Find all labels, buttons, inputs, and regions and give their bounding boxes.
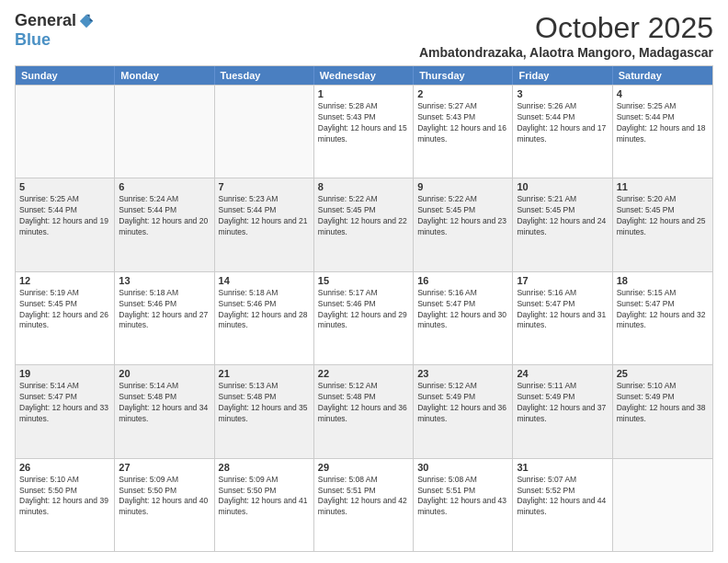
day-cell: 18Sunrise: 5:15 AM Sunset: 5:47 PM Dayli… — [613, 272, 712, 364]
header: General Blue October 2025 Ambatondrazaka… — [15, 11, 713, 60]
logo-general-text: General — [15, 11, 76, 30]
day-number: 9 — [417, 181, 508, 192]
day-info: Sunrise: 5:12 AM Sunset: 5:48 PM Dayligh… — [318, 381, 409, 425]
day-cell: 20Sunrise: 5:14 AM Sunset: 5:48 PM Dayli… — [115, 365, 214, 457]
day-info: Sunrise: 5:13 AM Sunset: 5:48 PM Dayligh… — [219, 381, 310, 425]
logo: General Blue — [15, 11, 95, 50]
day-number: 4 — [617, 88, 709, 99]
day-number: 31 — [517, 462, 608, 473]
day-info: Sunrise: 5:25 AM Sunset: 5:44 PM Dayligh… — [617, 101, 709, 145]
day-info: Sunrise: 5:15 AM Sunset: 5:47 PM Dayligh… — [617, 288, 709, 332]
day-info: Sunrise: 5:21 AM Sunset: 5:45 PM Dayligh… — [517, 194, 608, 238]
day-cell: 13Sunrise: 5:18 AM Sunset: 5:46 PM Dayli… — [115, 272, 214, 364]
day-info: Sunrise: 5:08 AM Sunset: 5:51 PM Dayligh… — [417, 475, 508, 519]
day-cell: 27Sunrise: 5:09 AM Sunset: 5:50 PM Dayli… — [115, 459, 214, 551]
day-cell: 15Sunrise: 5:17 AM Sunset: 5:46 PM Dayli… — [314, 272, 414, 364]
day-number: 8 — [318, 181, 409, 192]
day-number: 1 — [318, 88, 409, 99]
day-cell: 25Sunrise: 5:10 AM Sunset: 5:49 PM Dayli… — [613, 365, 712, 457]
month-title: October 2025 — [95, 11, 713, 45]
day-cell: 10Sunrise: 5:21 AM Sunset: 5:45 PM Dayli… — [513, 178, 612, 270]
calendar-page: General Blue October 2025 Ambatondrazaka… — [0, 0, 728, 563]
day-cell: 30Sunrise: 5:08 AM Sunset: 5:51 PM Dayli… — [414, 459, 513, 551]
day-cell: 11Sunrise: 5:20 AM Sunset: 5:45 PM Dayli… — [613, 178, 712, 270]
day-info: Sunrise: 5:27 AM Sunset: 5:43 PM Dayligh… — [417, 101, 508, 145]
day-info: Sunrise: 5:17 AM Sunset: 5:46 PM Dayligh… — [318, 288, 409, 332]
day-info: Sunrise: 5:14 AM Sunset: 5:47 PM Dayligh… — [19, 381, 110, 425]
day-number: 3 — [517, 88, 608, 99]
day-number: 6 — [119, 181, 210, 192]
day-cell: 14Sunrise: 5:18 AM Sunset: 5:46 PM Dayli… — [215, 272, 314, 364]
day-info: Sunrise: 5:23 AM Sunset: 5:44 PM Dayligh… — [219, 194, 310, 238]
day-cell: 2Sunrise: 5:27 AM Sunset: 5:43 PM Daylig… — [414, 86, 513, 178]
day-info: Sunrise: 5:24 AM Sunset: 5:44 PM Dayligh… — [119, 194, 210, 238]
day-number: 17 — [517, 275, 608, 286]
day-cell: 6Sunrise: 5:24 AM Sunset: 5:44 PM Daylig… — [115, 178, 214, 270]
day-header-wednesday: Wednesday — [314, 66, 414, 85]
day-header-thursday: Thursday — [414, 66, 513, 85]
day-number: 26 — [19, 462, 110, 473]
day-cell: 23Sunrise: 5:12 AM Sunset: 5:49 PM Dayli… — [414, 365, 513, 457]
day-info: Sunrise: 5:18 AM Sunset: 5:46 PM Dayligh… — [119, 288, 210, 332]
day-info: Sunrise: 5:14 AM Sunset: 5:48 PM Dayligh… — [119, 381, 210, 425]
day-number: 28 — [219, 462, 310, 473]
day-number: 20 — [119, 368, 210, 379]
title-section: October 2025 Ambatondrazaka, Alaotra Man… — [95, 11, 713, 60]
day-cell: 24Sunrise: 5:11 AM Sunset: 5:49 PM Dayli… — [513, 365, 612, 457]
day-number: 14 — [219, 275, 310, 286]
day-info: Sunrise: 5:07 AM Sunset: 5:52 PM Dayligh… — [517, 475, 608, 519]
day-cell — [613, 459, 712, 551]
day-cell: 7Sunrise: 5:23 AM Sunset: 5:44 PM Daylig… — [215, 178, 314, 270]
day-header-monday: Monday — [115, 66, 214, 85]
day-number: 11 — [617, 181, 709, 192]
day-cell: 28Sunrise: 5:09 AM Sunset: 5:50 PM Dayli… — [215, 459, 314, 551]
day-info: Sunrise: 5:22 AM Sunset: 5:45 PM Dayligh… — [417, 194, 508, 238]
day-number: 27 — [119, 462, 210, 473]
day-number: 15 — [318, 275, 409, 286]
day-number: 19 — [19, 368, 110, 379]
day-header-tuesday: Tuesday — [215, 66, 314, 85]
day-cell — [115, 86, 214, 178]
day-info: Sunrise: 5:26 AM Sunset: 5:44 PM Dayligh… — [517, 101, 608, 145]
day-cell: 4Sunrise: 5:25 AM Sunset: 5:44 PM Daylig… — [613, 86, 712, 178]
calendar-body: 1Sunrise: 5:28 AM Sunset: 5:43 PM Daylig… — [16, 85, 712, 551]
day-number: 25 — [617, 368, 709, 379]
day-number: 10 — [517, 181, 608, 192]
day-info: Sunrise: 5:19 AM Sunset: 5:45 PM Dayligh… — [19, 288, 110, 332]
day-cell: 9Sunrise: 5:22 AM Sunset: 5:45 PM Daylig… — [414, 178, 513, 270]
day-number: 24 — [517, 368, 608, 379]
day-info: Sunrise: 5:09 AM Sunset: 5:50 PM Dayligh… — [119, 475, 210, 519]
week-row-3: 12Sunrise: 5:19 AM Sunset: 5:45 PM Dayli… — [16, 271, 712, 364]
day-number: 7 — [219, 181, 310, 192]
day-info: Sunrise: 5:11 AM Sunset: 5:49 PM Dayligh… — [517, 381, 608, 425]
week-row-5: 26Sunrise: 5:10 AM Sunset: 5:50 PM Dayli… — [16, 458, 712, 551]
day-cell: 8Sunrise: 5:22 AM Sunset: 5:45 PM Daylig… — [314, 178, 414, 270]
day-cell — [215, 86, 314, 178]
day-number: 12 — [19, 275, 110, 286]
day-number: 16 — [417, 275, 508, 286]
day-number: 22 — [318, 368, 409, 379]
day-number: 21 — [219, 368, 310, 379]
day-info: Sunrise: 5:16 AM Sunset: 5:47 PM Dayligh… — [517, 288, 608, 332]
day-number: 13 — [119, 275, 210, 286]
day-cell: 1Sunrise: 5:28 AM Sunset: 5:43 PM Daylig… — [314, 86, 414, 178]
day-cell — [16, 86, 115, 178]
day-info: Sunrise: 5:12 AM Sunset: 5:49 PM Dayligh… — [417, 381, 508, 425]
day-cell: 19Sunrise: 5:14 AM Sunset: 5:47 PM Dayli… — [16, 365, 115, 457]
day-headers: SundayMondayTuesdayWednesdayThursdayFrid… — [16, 66, 712, 85]
day-cell: 21Sunrise: 5:13 AM Sunset: 5:48 PM Dayli… — [215, 365, 314, 457]
day-info: Sunrise: 5:28 AM Sunset: 5:43 PM Dayligh… — [318, 101, 409, 145]
calendar: SundayMondayTuesdayWednesdayThursdayFrid… — [15, 65, 713, 552]
day-number: 29 — [318, 462, 409, 473]
day-number: 2 — [417, 88, 508, 99]
day-cell: 29Sunrise: 5:08 AM Sunset: 5:51 PM Dayli… — [314, 459, 414, 551]
day-number: 30 — [417, 462, 508, 473]
logo-blue-text: Blue — [15, 30, 51, 50]
day-cell: 26Sunrise: 5:10 AM Sunset: 5:50 PM Dayli… — [16, 459, 115, 551]
day-info: Sunrise: 5:25 AM Sunset: 5:44 PM Dayligh… — [19, 194, 110, 238]
day-cell: 3Sunrise: 5:26 AM Sunset: 5:44 PM Daylig… — [513, 86, 612, 178]
subtitle: Ambatondrazaka, Alaotra Mangoro, Madagas… — [95, 45, 713, 60]
day-number: 5 — [19, 181, 110, 192]
day-info: Sunrise: 5:20 AM Sunset: 5:45 PM Dayligh… — [617, 194, 709, 238]
week-row-2: 5Sunrise: 5:25 AM Sunset: 5:44 PM Daylig… — [16, 178, 712, 270]
